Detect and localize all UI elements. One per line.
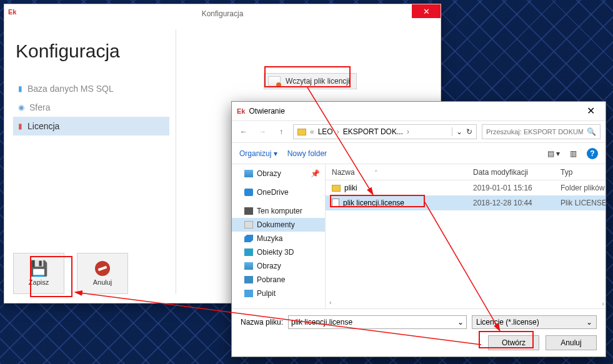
nav-item-database[interactable]: ▮ Baza danych MS SQL — [13, 79, 169, 98]
refresh-button[interactable]: ↻ — [466, 127, 472, 136]
filetype-filter[interactable]: Licencje (*.license) ⌄ — [472, 315, 597, 329]
pin-icon: 📌 — [311, 169, 320, 178]
view-mode-button[interactable]: ▤ ▾ — [547, 149, 560, 158]
file-dialog-titlebar: Ek Otwieranie ✕ — [232, 102, 606, 121]
scroll-left-icon[interactable]: ‹ — [329, 298, 332, 306]
documents-icon — [244, 221, 253, 229]
globe-icon: ◉ — [18, 103, 24, 112]
nav-label: Licencja — [27, 121, 59, 131]
tree-item-this-pc[interactable]: Ten komputer — [232, 204, 325, 218]
certificate-icon — [268, 76, 281, 86]
file-row-license[interactable]: plik licencji.license 2018-12-28 10:44 P… — [326, 195, 606, 210]
organize-menu[interactable]: Organizuj ▾ — [239, 149, 277, 158]
help-button[interactable]: ? — [587, 148, 598, 159]
tree-item-pictures[interactable]: Obrazy — [232, 259, 325, 273]
onedrive-icon — [244, 189, 253, 196]
folder-tree: Obrazy📌 OneDrive Ten komputer Dokumenty … — [232, 164, 326, 308]
file-open-dialog: Ek Otwieranie ✕ ← → ↑ « LEO › EKSPORT DO… — [231, 101, 606, 357]
chevron-down-icon: ⌄ — [457, 318, 464, 327]
chevron-down-icon: ⌄ — [586, 318, 592, 327]
config-title: Konfiguracja — [202, 9, 244, 18]
file-date: 2019-01-01 15:16 — [473, 184, 561, 192]
back-button[interactable]: ← — [237, 127, 251, 136]
file-dialog-navbar: ← → ↑ « LEO › EKSPORT DOK... › ⌄↻ 🔍 — [232, 121, 606, 143]
file-dialog-footer: Nazwa pliku: plik licencji.license ⌄ Lic… — [232, 308, 606, 357]
pictures-icon — [244, 262, 253, 270]
tree-item-downloads[interactable]: Pobrane — [232, 273, 325, 287]
file-icon — [332, 199, 339, 207]
column-headers: Nazwa⌃ Data modyfikacji Typ — [326, 164, 606, 180]
new-folder-button[interactable]: Nowy folder — [287, 149, 327, 158]
search-field[interactable]: 🔍 — [482, 124, 601, 139]
cancel-button[interactable]: Anuluj — [77, 253, 128, 294]
filename-label: Nazwa pliku: — [241, 318, 283, 327]
column-date[interactable]: Data modyfikacji — [473, 168, 561, 177]
tree-item-music[interactable]: Muzyka — [232, 232, 325, 245]
close-button[interactable]: ✕ — [412, 4, 441, 18]
tree-item-desktop[interactable]: Pulpit — [232, 287, 325, 300]
music-icon — [244, 235, 253, 242]
nav-item-sfera[interactable]: ◉ Sfera — [13, 98, 169, 117]
computer-icon — [244, 207, 253, 215]
file-name: plik licencji.license — [343, 199, 404, 207]
cancel-icon — [95, 261, 110, 276]
pictures-icon — [244, 170, 253, 177]
desktop-icon — [244, 290, 253, 297]
file-list: Nazwa⌃ Data modyfikacji Typ pliki 2019-0… — [326, 164, 606, 308]
nav-item-license[interactable]: ▮ Licencja — [13, 117, 169, 135]
filename-value: plik licencji.license — [291, 318, 352, 327]
open-button[interactable]: Otwórz — [488, 335, 539, 350]
dialog-cancel-button[interactable]: Anuluj — [546, 335, 597, 350]
objects-3d-icon — [244, 248, 253, 256]
file-dialog-title: Otwieranie — [249, 107, 284, 116]
file-type: Plik LICENSE — [561, 199, 606, 207]
folder-icon — [332, 185, 341, 192]
breadcrumb-segment[interactable]: LEO — [318, 127, 333, 136]
tree-item-pictures-quick[interactable]: Obrazy📌 — [232, 167, 325, 180]
license-icon: ▮ — [18, 122, 22, 130]
file-dialog-toolbar: Organizuj ▾ Nowy folder ▤ ▾ ▥ ? — [232, 143, 606, 164]
breadcrumb-segment[interactable]: EKSPORT DOK... — [343, 127, 403, 136]
nav-label: Sfera — [29, 102, 50, 112]
file-name: pliki — [344, 184, 357, 192]
config-heading: Konfiguracja — [16, 41, 169, 62]
save-icon: 💾 — [29, 261, 48, 276]
search-input[interactable] — [486, 128, 583, 135]
scroll-right-icon[interactable]: › — [602, 300, 604, 307]
breadcrumb[interactable]: « LEO › EKSPORT DOK... › ⌄↻ — [293, 124, 477, 139]
file-type: Folder plików — [561, 184, 606, 192]
downloads-icon — [244, 276, 253, 283]
forward-button[interactable]: → — [256, 127, 269, 136]
tree-item-documents[interactable]: Dokumenty — [232, 218, 325, 232]
column-name[interactable]: Nazwa⌃ — [326, 168, 473, 177]
load-license-button[interactable]: Wczytaj plik licencji — [264, 73, 357, 89]
tree-item-onedrive[interactable]: OneDrive — [232, 185, 325, 199]
nav-label: Baza danych MS SQL — [27, 84, 114, 94]
file-date: 2018-12-28 10:44 — [473, 199, 561, 207]
load-license-label: Wczytaj plik licencji — [286, 77, 350, 86]
tree-item-3d-objects[interactable]: Obiekty 3D — [232, 245, 325, 259]
file-row-folder[interactable]: pliki 2019-01-01 15:16 Folder plików — [326, 180, 606, 195]
save-label: Zapisz — [29, 278, 49, 286]
preview-pane-button[interactable]: ▥ — [570, 149, 577, 158]
filter-value: Licencje (*.license) — [476, 318, 539, 327]
config-titlebar: Ek Konfiguracja ✕ — [4, 4, 441, 23]
path-dropdown[interactable]: ⌄ — [452, 127, 462, 136]
sort-indicator-icon: ⌃ — [374, 169, 379, 175]
filename-combo[interactable]: plik licencji.license ⌄ — [288, 315, 467, 329]
column-type[interactable]: Typ — [561, 168, 606, 177]
save-button[interactable]: 💾 Zapisz — [13, 253, 64, 294]
cancel-label: Anuluj — [93, 278, 112, 286]
app-icon: Ek — [237, 107, 245, 115]
app-icon: Ek — [8, 8, 16, 16]
close-button[interactable]: ✕ — [578, 103, 603, 118]
up-button[interactable]: ↑ — [274, 127, 288, 136]
folder-icon — [297, 129, 306, 135]
database-icon: ▮ — [18, 84, 22, 93]
search-icon: 🔍 — [587, 127, 596, 136]
